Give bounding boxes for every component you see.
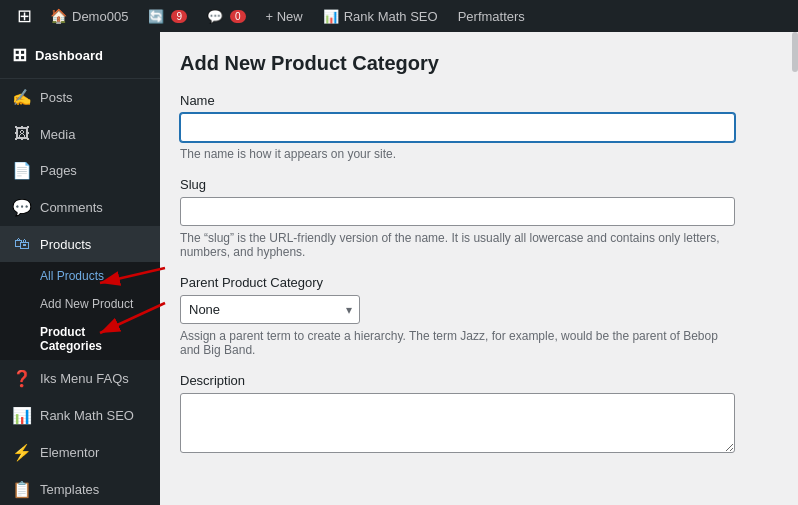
name-section: Name The name is how it appears on your …	[180, 93, 778, 161]
page-title: Add New Product Category	[180, 52, 778, 75]
parent-section: Parent Product Category None ▾ Assign a …	[180, 275, 778, 357]
slug-label: Slug	[180, 177, 778, 192]
dashboard-item[interactable]: ⊞ Dashboard	[0, 32, 160, 79]
parent-select[interactable]: None	[180, 295, 360, 324]
iks-icon: ❓	[12, 369, 32, 388]
comments-bar[interactable]: 💬 0	[197, 0, 256, 32]
slug-hint: The “slug” is the URL-friendly version o…	[180, 231, 735, 259]
parent-hint: Assign a parent term to create a hierarc…	[180, 329, 735, 357]
posts-icon: ✍	[12, 88, 32, 107]
slug-section: Slug The “slug” is the URL-friendly vers…	[180, 177, 778, 259]
dashboard-icon: ⊞	[12, 44, 27, 66]
new-content[interactable]: + New	[256, 0, 313, 32]
pages-icon: 📄	[12, 161, 32, 180]
sidebar-item-pages[interactable]: 📄 Pages	[0, 152, 160, 189]
elementor-icon: ⚡	[12, 443, 32, 462]
comments-icon: 💬	[12, 198, 32, 217]
sidebar-item-rank-math[interactable]: 📊 Rank Math SEO	[0, 397, 160, 434]
description-textarea[interactable]	[180, 393, 735, 453]
parent-label: Parent Product Category	[180, 275, 778, 290]
description-label: Description	[180, 373, 778, 388]
products-icon: 🛍	[12, 235, 32, 253]
scrollbar[interactable]	[792, 32, 798, 72]
wp-logo[interactable]: ⊞	[8, 0, 40, 32]
parent-select-wrap: None ▾	[180, 295, 360, 324]
sidebar-item-comments[interactable]: 💬 Comments	[0, 189, 160, 226]
slug-input[interactable]	[180, 197, 735, 226]
sidebar-item-posts[interactable]: ✍ Posts	[0, 79, 160, 116]
description-section: Description	[180, 373, 778, 456]
sidebar-item-elementor[interactable]: ⚡ Elementor	[0, 434, 160, 471]
rank-math-bar[interactable]: 📊 Rank Math SEO	[313, 0, 448, 32]
sidebar-item-iks-menu-faqs[interactable]: ❓ Iks Menu FAQs	[0, 360, 160, 397]
updates[interactable]: 🔄 9	[138, 0, 197, 32]
name-input[interactable]	[180, 113, 735, 142]
admin-bar: ⊞ 🏠 Demo005 🔄 9 💬 0 + New 📊 Rank Math SE…	[0, 0, 798, 32]
sidebar-item-media[interactable]: 🖼 Media	[0, 116, 160, 152]
sidebar-subitem-all-products[interactable]: All Products	[0, 262, 160, 290]
main-content: Add New Product Category Name The name i…	[160, 32, 798, 505]
media-icon: 🖼	[12, 125, 32, 143]
name-hint: The name is how it appears on your site.	[180, 147, 735, 161]
sidebar-item-templates[interactable]: 📋 Templates	[0, 471, 160, 505]
sidebar: ⊞ Dashboard ✍ Posts 🖼 Media 📄 Pages 💬 Co…	[0, 32, 160, 505]
sidebar-subitem-product-categories[interactable]: Product Categories	[0, 318, 160, 360]
perfmatters-bar[interactable]: Perfmatters	[448, 0, 535, 32]
name-label: Name	[180, 93, 778, 108]
site-name[interactable]: 🏠 Demo005	[40, 0, 138, 32]
products-submenu: All Products Add New Product Product Cat…	[0, 262, 160, 360]
sidebar-subitem-add-new-product[interactable]: Add New Product	[0, 290, 160, 318]
rank-math-icon: 📊	[12, 406, 32, 425]
templates-icon: 📋	[12, 480, 32, 499]
sidebar-item-products[interactable]: 🛍 Products	[0, 226, 160, 262]
